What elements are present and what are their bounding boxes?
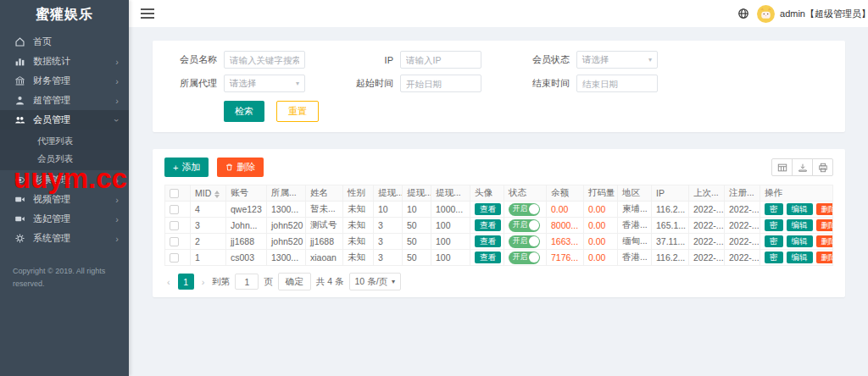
- bank-icon: [14, 75, 25, 86]
- current-page[interactable]: 1: [178, 274, 194, 290]
- film-icon: [14, 213, 25, 224]
- edit-button[interactable]: 编辑: [787, 252, 813, 263]
- table-header-row: MID 账号 所属... 姓名 性别 提现... 提现... 提现... 头像 …: [165, 185, 833, 202]
- sort-icon[interactable]: [214, 191, 220, 198]
- delete-row-button[interactable]: 删除: [816, 235, 833, 247]
- chevron-right-icon: ›: [115, 76, 119, 86]
- chevron-right-icon: ›: [115, 214, 119, 224]
- sidebar-item-stats[interactable]: 数据统计 ›: [0, 52, 129, 71]
- agent-select[interactable]: 请选择 ▾: [224, 75, 305, 92]
- member-table: MID 账号 所属... 姓名 性别 提现... 提现... 提现... 头像 …: [164, 185, 833, 266]
- col-ops: 操作: [760, 185, 833, 202]
- status-toggle[interactable]: 开启: [509, 203, 540, 216]
- sidebar-item-label: 财务管理: [33, 75, 70, 87]
- col-withdraw2: 提现...: [403, 185, 431, 202]
- chevron-down-icon: ›: [112, 119, 122, 122]
- filter-columns-button[interactable]: [771, 158, 793, 176]
- col-bet: 打码量: [584, 185, 618, 202]
- password-button[interactable]: 密: [765, 252, 783, 263]
- col-withdraw3: 提现...: [431, 185, 470, 202]
- topbar: admin【超级管理员】 ▾: [129, 0, 868, 27]
- user-menu[interactable]: admin【超级管理员】 ▾: [757, 5, 868, 23]
- chevron-right-icon: ›: [115, 195, 119, 205]
- jump-label: 到第: [212, 276, 230, 288]
- col-withdraw1: 提现...: [374, 185, 403, 202]
- col-ip: IP: [652, 185, 689, 202]
- password-button[interactable]: 密: [765, 203, 783, 215]
- chevron-right-icon: ›: [115, 57, 119, 67]
- password-button[interactable]: 密: [765, 235, 783, 247]
- delete-button[interactable]: 删除: [217, 158, 264, 177]
- edit-button[interactable]: 编辑: [787, 235, 813, 247]
- status-toggle[interactable]: 开启: [509, 235, 540, 248]
- member-name-input[interactable]: [224, 51, 305, 69]
- sidebar-item-label: 首页: [33, 36, 52, 48]
- col-account: 账号: [226, 185, 267, 202]
- select-all-checkbox[interactable]: [170, 189, 179, 198]
- col-name: 姓名: [306, 185, 343, 202]
- add-button[interactable]: + 添加: [164, 158, 209, 177]
- row-checkbox[interactable]: [170, 253, 179, 263]
- menu-toggle-icon[interactable]: [141, 6, 154, 21]
- plus-icon: +: [173, 163, 178, 173]
- chevron-down-icon: ▾: [392, 278, 395, 285]
- sidebar-item-members[interactable]: 会员管理 ›: [0, 110, 129, 130]
- view-avatar-button[interactable]: 查看: [475, 219, 501, 231]
- delete-row-button[interactable]: 删除: [816, 219, 833, 231]
- chevron-down-icon: ▾: [648, 56, 652, 64]
- field-label: 结束时间: [520, 77, 570, 90]
- table-row: 2 jj1688 john520 jj1688 未知 3 50 100 查看 开…: [165, 234, 833, 250]
- gear-icon: [14, 233, 25, 244]
- next-page-button[interactable]: ›: [199, 277, 208, 287]
- sidebar-item-label: 视频管理: [33, 193, 70, 206]
- col-avatar: 头像: [470, 185, 504, 202]
- col-status: 状态: [504, 185, 547, 202]
- pagination: ‹ 1 › 到第 页 确定 共 4 条 10 条/页 ▾: [164, 273, 833, 290]
- view-avatar-button[interactable]: 查看: [475, 252, 501, 263]
- watermark: uuym.cc: [14, 163, 127, 195]
- sidebar-item-label: 会员管理: [33, 113, 70, 126]
- search-button[interactable]: 检索: [224, 101, 264, 122]
- language-globe-icon[interactable]: [737, 8, 749, 19]
- search-panel: 会员名称 IP 会员状态 请选择 ▾ 所属代理: [153, 41, 845, 132]
- admin-icon: [14, 95, 25, 106]
- col-region: 地区: [618, 185, 652, 202]
- page-jump-input[interactable]: [235, 274, 259, 290]
- row-checkbox[interactable]: [170, 221, 179, 230]
- view-avatar-button[interactable]: 查看: [475, 235, 501, 247]
- print-button[interactable]: [812, 158, 833, 176]
- sidebar-item-admins[interactable]: 超管管理 ›: [0, 91, 129, 110]
- edit-button[interactable]: 编辑: [787, 219, 813, 231]
- prev-page-button[interactable]: ‹: [164, 277, 173, 287]
- sidebar-item-xuanfei[interactable]: 选妃管理 ›: [0, 209, 129, 229]
- total-count: 共 4 条: [316, 276, 344, 288]
- sidebar: 蜜獾娱乐 首页 数据统计 › 财务管理 › 超管管理 ›: [0, 0, 129, 376]
- row-checkbox[interactable]: [170, 205, 179, 214]
- col-mid[interactable]: MID: [191, 185, 226, 202]
- confirm-page-button[interactable]: 确定: [278, 273, 311, 290]
- chevron-right-icon: ›: [115, 96, 119, 106]
- sidebar-item-home[interactable]: 首页: [0, 32, 129, 52]
- sidebar-item-system[interactable]: 系统管理 ›: [0, 229, 129, 248]
- edit-button[interactable]: 编辑: [787, 203, 813, 215]
- sidebar-item-label: 数据统计: [33, 55, 70, 68]
- view-avatar-button[interactable]: 查看: [475, 203, 501, 215]
- reset-button[interactable]: 重置: [276, 101, 319, 122]
- password-button[interactable]: 密: [765, 219, 783, 231]
- col-reg-time: 注册...: [725, 185, 760, 202]
- page-size-select[interactable]: 10 条/页 ▾: [349, 273, 402, 290]
- col-balance: 余额: [547, 185, 584, 202]
- end-date-input[interactable]: [576, 75, 658, 92]
- row-checkbox[interactable]: [170, 237, 179, 246]
- export-button[interactable]: [792, 158, 813, 176]
- delete-row-button[interactable]: 删除: [816, 252, 833, 263]
- ip-input[interactable]: [400, 51, 481, 69]
- status-toggle[interactable]: 开启: [509, 252, 540, 264]
- sidebar-item-agent-list[interactable]: 代理列表: [0, 132, 129, 150]
- start-date-input[interactable]: [400, 75, 481, 92]
- sidebar-item-finance[interactable]: 财务管理 ›: [0, 71, 129, 91]
- table-row: 1 cs003 1300... xiaoan 未知 3 50 100 查看 开启…: [165, 250, 833, 266]
- status-toggle[interactable]: 开启: [509, 219, 540, 232]
- delete-row-button[interactable]: 删除: [816, 203, 833, 215]
- member-status-select[interactable]: 请选择 ▾: [576, 51, 658, 69]
